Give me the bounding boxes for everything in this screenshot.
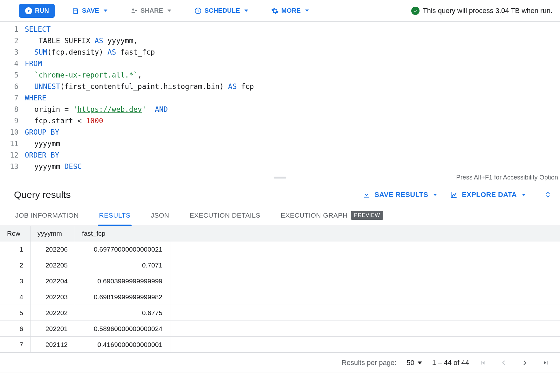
last-page-button[interactable] bbox=[542, 359, 549, 366]
table-row[interactable]: 22022050.7071 bbox=[0, 257, 560, 273]
first-page-button[interactable] bbox=[479, 359, 486, 366]
table-row[interactable]: 12022060.69770000000000021 bbox=[0, 241, 560, 257]
expand-button[interactable] bbox=[545, 191, 551, 199]
drag-handle[interactable] bbox=[274, 177, 286, 179]
pagination: Results per page: 50 1 – 44 of 44 bbox=[0, 353, 560, 373]
code-line[interactable]: fcp.start < 1000 bbox=[25, 115, 554, 126]
cell-fast-fcp: 0.7071 bbox=[75, 257, 170, 273]
code-line[interactable]: `chrome-ux-report.all.*`, bbox=[25, 69, 554, 81]
line-number: 4 bbox=[0, 58, 18, 69]
code-line[interactable]: _TABLE_SUFFIX AS yyyymm, bbox=[25, 35, 554, 46]
cell-fast-fcp: 0.58960000000000024 bbox=[75, 321, 170, 336]
tab-execution-graph[interactable]: EXECUTION GRAPH PREVIEW bbox=[279, 206, 384, 226]
toolbar: RUN SAVE SHARE SCHEDULE MORE This query … bbox=[0, 0, 560, 22]
code-line[interactable]: UNNEST(first_contentful_paint.histogram.… bbox=[25, 81, 554, 92]
tab-label: JOB INFORMATION bbox=[15, 212, 79, 219]
save-results-button[interactable]: SAVE RESULTS bbox=[362, 191, 437, 199]
save-button[interactable]: SAVE bbox=[66, 4, 113, 18]
caret-down-icon bbox=[522, 194, 526, 196]
line-number: 12 bbox=[0, 149, 18, 161]
line-number: 5 bbox=[0, 69, 18, 81]
a11y-hint: Press Alt+F1 for Accessibility Option bbox=[456, 174, 560, 181]
line-number: 3 bbox=[0, 46, 18, 58]
explore-data-button[interactable]: EXPLORE DATA bbox=[450, 191, 526, 199]
save-label: SAVE bbox=[82, 7, 99, 14]
line-number: 13 bbox=[0, 161, 18, 172]
code-line[interactable]: origin = 'https://web.dev' AND bbox=[25, 104, 554, 115]
code-line[interactable]: SELECT bbox=[25, 24, 554, 35]
col-yyyymm[interactable]: yyyymm bbox=[31, 226, 75, 241]
cell-row-number: 6 bbox=[0, 321, 31, 336]
caret-down-icon bbox=[167, 10, 171, 12]
results-header: Query results SAVE RESULTS EXPLORE DATA bbox=[0, 183, 560, 206]
table-row[interactable]: 72021120.4169000000000001 bbox=[0, 337, 560, 353]
table-row[interactable]: 42022030.69819999999999982 bbox=[0, 289, 560, 305]
line-number: 1 bbox=[0, 24, 18, 35]
caret-down-icon bbox=[418, 362, 422, 364]
download-icon bbox=[362, 191, 371, 199]
cell-yyyymm: 202206 bbox=[31, 241, 75, 257]
caret-down-icon bbox=[433, 194, 437, 196]
caret-down-icon bbox=[244, 10, 248, 12]
line-number: 11 bbox=[0, 138, 18, 149]
cell-fast-fcp: 0.6903999999999999 bbox=[75, 273, 170, 289]
gear-icon bbox=[271, 7, 279, 15]
results-title: Query results bbox=[14, 189, 350, 200]
table-row[interactable]: 52022020.6775 bbox=[0, 305, 560, 321]
chart-icon bbox=[450, 191, 458, 199]
next-page-button[interactable] bbox=[521, 359, 528, 366]
more-label: MORE bbox=[281, 7, 301, 14]
line-number: 6 bbox=[0, 81, 18, 92]
first-page-icon bbox=[479, 359, 486, 366]
indent-guide bbox=[25, 138, 34, 149]
indent-guide bbox=[25, 35, 34, 46]
last-page-icon bbox=[542, 359, 549, 366]
code-line[interactable]: ORDER BY bbox=[25, 149, 554, 161]
cell-fast-fcp: 0.4169000000000001 bbox=[75, 337, 170, 352]
chevron-down-icon bbox=[545, 195, 551, 199]
tab-label: EXECUTION DETAILS bbox=[189, 212, 260, 219]
clock-icon bbox=[194, 7, 202, 15]
cell-row-number: 3 bbox=[0, 273, 31, 289]
check-circle-icon bbox=[411, 7, 420, 15]
tab-json[interactable]: JSON bbox=[149, 206, 170, 226]
indent-guide bbox=[25, 104, 34, 115]
code-line[interactable]: yyyymm DESC bbox=[25, 161, 554, 172]
code-line[interactable]: WHERE bbox=[25, 92, 554, 104]
tab-job-information[interactable]: JOB INFORMATION bbox=[14, 206, 80, 226]
tab-label: JSON bbox=[151, 212, 169, 219]
schedule-button[interactable]: SCHEDULE bbox=[188, 4, 254, 18]
page-size-label: Results per page: bbox=[342, 359, 396, 367]
cell-yyyymm: 202205 bbox=[31, 257, 75, 273]
table-header: Row yyyymm fast_fcp bbox=[0, 226, 560, 241]
page-size-select[interactable]: 50 bbox=[406, 359, 422, 367]
cell-row-number: 7 bbox=[0, 337, 31, 352]
code-content[interactable]: SELECT_TABLE_SUFFIX AS yyyymm,SUM(fcp.de… bbox=[25, 24, 560, 172]
col-row[interactable]: Row bbox=[0, 226, 31, 241]
indent-guide bbox=[25, 161, 34, 172]
share-button[interactable]: SHARE bbox=[125, 4, 177, 18]
table-row[interactable]: 62022010.58960000000000024 bbox=[0, 321, 560, 337]
more-button[interactable]: MORE bbox=[265, 4, 315, 18]
tab-results[interactable]: RESULTS bbox=[98, 206, 132, 226]
indent-guide bbox=[25, 69, 34, 81]
code-line[interactable]: FROM bbox=[25, 58, 554, 69]
sql-editor[interactable]: 12345678910111213 SELECT_TABLE_SUFFIX AS… bbox=[0, 22, 560, 172]
share-icon bbox=[130, 7, 138, 15]
code-line[interactable]: yyyymm bbox=[25, 138, 554, 149]
caret-down-icon bbox=[104, 10, 107, 12]
code-line[interactable]: GROUP BY bbox=[25, 126, 554, 138]
nav-icons bbox=[479, 359, 549, 366]
query-status: This query will process 3.04 TB when run… bbox=[411, 7, 552, 15]
code-line[interactable]: SUM(fcp.density) AS fast_fcp bbox=[25, 46, 554, 58]
line-number: 2 bbox=[0, 35, 18, 46]
tab-execution-details[interactable]: EXECUTION DETAILS bbox=[188, 206, 262, 226]
prev-page-button[interactable] bbox=[500, 359, 507, 366]
cell-row-number: 2 bbox=[0, 257, 31, 273]
cell-fast-fcp: 0.6775 bbox=[75, 305, 170, 321]
cell-fast-fcp: 0.69770000000000021 bbox=[75, 241, 170, 257]
col-fast-fcp[interactable]: fast_fcp bbox=[75, 226, 170, 241]
page-size-value: 50 bbox=[406, 359, 414, 367]
table-row[interactable]: 32022040.6903999999999999 bbox=[0, 273, 560, 289]
run-button[interactable]: RUN bbox=[19, 4, 55, 18]
